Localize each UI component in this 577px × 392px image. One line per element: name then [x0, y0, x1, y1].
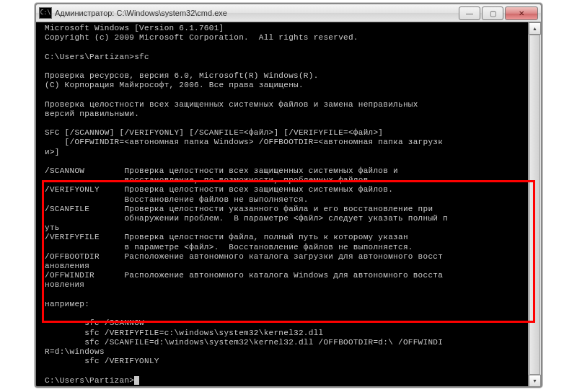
- console-line: ановления: [45, 262, 89, 270]
- minimize-button[interactable]: —: [459, 6, 480, 20]
- prompt-line[interactable]: C:\Users\Partizan>: [45, 376, 134, 385]
- app-icon: C:\: [39, 7, 52, 19]
- scroll-down-button[interactable]: ▼: [529, 375, 541, 387]
- title-bar[interactable]: C:\ Администратор: C:\Windows\system32\c…: [36, 4, 541, 22]
- console-line: Проверка целостности всех защищенных сис…: [45, 100, 418, 109]
- cmd-window: C:\ Администратор: C:\Windows\system32\c…: [35, 3, 542, 388]
- vertical-scrollbar[interactable]: ▲ ▼: [528, 22, 541, 387]
- console-line: Проверка ресурсов, версия 6.0, Microsoft…: [45, 71, 319, 80]
- console-line: sfc /SCANNOW: [45, 318, 144, 327]
- window-buttons: — ▢ ✕: [457, 6, 538, 20]
- scroll-track[interactable]: [529, 35, 541, 375]
- console-line: sfc /VERIFYONLY: [45, 357, 159, 365]
- console-line: C:\Users\Partizan>sfc: [45, 53, 149, 61]
- console-line: Microsoft Windows [Version 6.1.7601]: [45, 24, 224, 32]
- close-button[interactable]: ✕: [505, 6, 538, 20]
- scroll-thumb[interactable]: [529, 35, 540, 375]
- console-line: в параметре <файл>. Восстановление файло…: [45, 243, 413, 251]
- console-line: /VERIFYFILE Проверка целостности файла, …: [45, 233, 408, 241]
- console-line: /SCANNOW Проверка целостности всех защищ…: [45, 166, 398, 175]
- console-output[interactable]: Microsoft Windows [Version 6.1.7601] Cop…: [36, 22, 541, 386]
- console-line: [/OFFWINDIR=<автономная папка Windows> /…: [45, 138, 443, 146]
- maximize-button[interactable]: ▢: [482, 6, 503, 20]
- console-line: /SCANFILE Проверка целостности указанног…: [45, 205, 433, 213]
- console-line: обнаружении проблем. В параметре <файл> …: [45, 214, 448, 223]
- console-line: sfc /SCANFILE=d:\windows\system32\kernel…: [45, 338, 443, 347]
- console-line: Copyright (c) 2009 Microsoft Corporation…: [45, 33, 358, 42]
- console-line: /OFFWINDIR Расположение автономного ката…: [45, 271, 443, 280]
- console-line: sfc /VERIFYFILE=c:\windows\system32\kern…: [45, 329, 323, 337]
- console-line: и>]: [45, 148, 60, 156]
- console-line: восстановление, по возможности, проблемн…: [45, 176, 373, 184]
- console-line: /OFFBOOTDIR Расположение автономного кат…: [45, 252, 443, 261]
- console-line: (С) Корпорация Майкрософт, 2006. Все пра…: [45, 81, 304, 89]
- console-line: уть: [45, 223, 60, 232]
- scroll-up-button[interactable]: ▲: [529, 22, 541, 35]
- cursor: [134, 376, 139, 385]
- console-line: версий правильными.: [45, 110, 139, 118]
- console-line: SFC [/SCANNOW] [/VERIFYONLY] [/SCANFILE=…: [45, 128, 383, 137]
- window-title: Администратор: C:\Windows\system32\cmd.e…: [55, 9, 457, 17]
- console-line: Восстановление файлов не выполняется.: [45, 195, 309, 204]
- console-line: R=d:\windows: [45, 347, 105, 356]
- console-line: новления: [45, 280, 84, 289]
- console-line: /VERIFYONLY Проверка целостности всех за…: [45, 185, 393, 194]
- console-line: например:: [45, 300, 89, 308]
- console-body: Microsoft Windows [Version 6.1.7601] Cop…: [36, 22, 541, 387]
